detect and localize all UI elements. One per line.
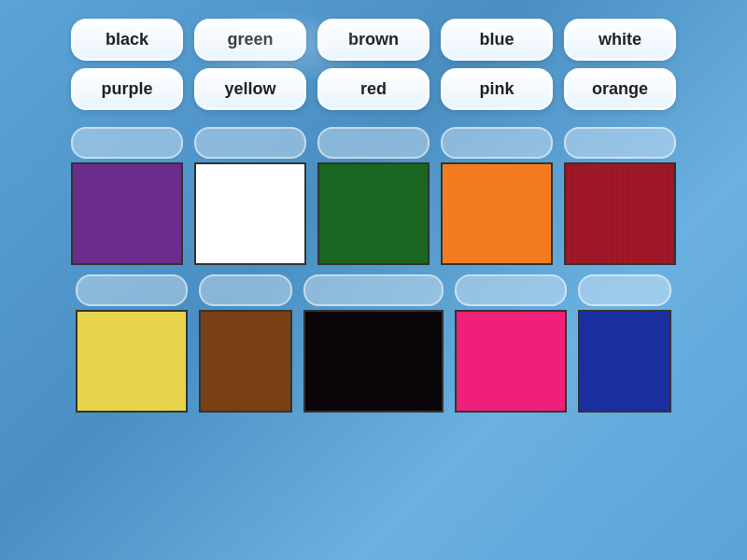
color-swatch-pink[interactable] [455,310,567,413]
color-swatch-black[interactable] [303,310,444,413]
color-swatch-yellow[interactable] [76,310,188,413]
drop-target-yellow[interactable] [76,274,188,306]
swatch-group-orange [441,127,553,265]
drop-target-orange[interactable] [441,127,553,159]
swatches-section [28,127,719,413]
word-btn-green[interactable]: green [194,19,306,61]
word-btn-pink[interactable]: pink [441,68,553,110]
swatch-group-green [317,127,430,265]
swatch-group-yellow [76,274,188,413]
word-buttons-area: black green brown blue white purple yell… [28,19,719,110]
word-row-2: purple yellow red pink orange [28,68,719,110]
color-swatch-red[interactable] [564,162,676,265]
main-container: black green brown blue white purple yell… [0,0,747,431]
word-btn-red[interactable]: red [317,68,430,110]
swatch-group-purple [71,127,183,265]
word-btn-brown[interactable]: brown [317,19,430,61]
word-btn-black[interactable]: black [71,19,183,61]
swatch-row-1 [28,127,719,265]
swatch-group-blue [578,274,671,413]
word-btn-orange[interactable]: orange [564,68,676,110]
drop-target-purple[interactable] [71,127,183,159]
color-swatch-brown[interactable] [199,310,292,413]
word-btn-white[interactable]: white [564,19,676,61]
drop-target-pink[interactable] [455,274,567,306]
swatch-group-brown [199,274,292,413]
drop-target-green[interactable] [317,127,430,159]
color-swatch-green[interactable] [317,162,430,265]
word-row-1: black green brown blue white [28,19,719,61]
word-btn-yellow[interactable]: yellow [194,68,306,110]
color-swatch-orange[interactable] [441,162,553,265]
drop-target-white[interactable] [194,127,306,159]
swatch-group-pink [455,274,567,413]
swatch-row-2 [28,274,719,413]
drop-target-red[interactable] [564,127,676,159]
color-swatch-white[interactable] [194,162,306,265]
drop-target-brown[interactable] [199,274,292,306]
drop-target-black[interactable] [303,274,444,306]
swatch-group-red [564,127,676,265]
word-btn-blue[interactable]: blue [441,19,553,61]
drop-target-blue[interactable] [578,274,671,306]
color-swatch-purple[interactable] [71,162,183,265]
swatch-group-black [303,274,444,413]
color-swatch-blue[interactable] [578,310,671,413]
swatch-group-white [194,127,306,265]
word-btn-purple[interactable]: purple [71,68,183,110]
